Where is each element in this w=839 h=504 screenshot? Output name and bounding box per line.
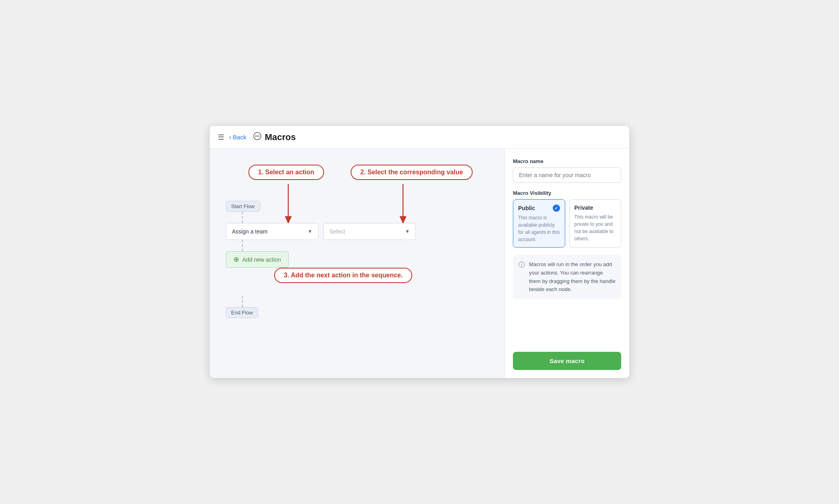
end-flow-badge: End Flow (226, 307, 258, 318)
visibility-options: Public ✓ This macro is available publicl… (513, 199, 621, 248)
save-macro-button[interactable]: Save macro (513, 352, 621, 370)
dashed-line-3 (242, 296, 243, 307)
info-text: Macros will run in the order you add you… (529, 260, 616, 294)
dropdown-arrow-2: ▼ (405, 229, 410, 234)
canvas-inner: 1. Select an action 2. Select the corres… (226, 161, 467, 346)
app-window: ☰ ‹ Back Macros 1 (210, 126, 629, 378)
info-box: ⓘ Macros will run in the order you add y… (513, 255, 621, 300)
macro-name-input[interactable] (513, 167, 621, 183)
page-title: Macros (265, 132, 296, 143)
flow-stack: Start Flow Assign a team ▼ Select (226, 201, 416, 318)
visibility-label: Macro Visibility (513, 190, 621, 196)
action-dropdown[interactable]: Assign a team ▼ (226, 223, 318, 240)
macro-visibility-section: Macro Visibility Public ✓ This macro is … (513, 190, 621, 248)
dashed-line-2 (242, 240, 243, 251)
callout-2: 2. Select the corresponding value (351, 165, 473, 180)
dashed-line-1 (242, 212, 243, 223)
back-chevron-icon: ‹ (229, 134, 231, 141)
add-action-icon: ⊕ (234, 255, 239, 264)
value-dropdown[interactable]: Select ▼ (323, 223, 416, 240)
title-wrapper: Macros (253, 132, 296, 143)
sidebar: Macro name Macro Visibility Public ✓ Thi… (504, 149, 629, 378)
callout-3-wrapper: 3. Add the next action in the sequence. (274, 268, 412, 283)
public-desc: This macro is available publicly for all… (518, 214, 560, 243)
public-title: Public ✓ (518, 204, 560, 212)
public-check-icon: ✓ (553, 204, 560, 212)
macros-icon (253, 132, 262, 143)
action-dropdown-value: Assign a team (232, 228, 268, 235)
macro-name-label: Macro name (513, 158, 621, 164)
private-title: Private (574, 204, 616, 211)
add-action-label: Add new action (242, 256, 281, 263)
value-dropdown-placeholder: Select (329, 228, 345, 235)
main-canvas: 1. Select an action 2. Select the corres… (210, 149, 504, 378)
menu-icon[interactable]: ☰ (218, 133, 224, 142)
action-row: Assign a team ▼ Select ▼ (226, 223, 416, 240)
dropdown-arrow-1: ▼ (308, 229, 312, 234)
body: 1. Select an action 2. Select the corres… (210, 149, 629, 378)
private-desc: This macro will be private to you and no… (574, 213, 616, 242)
visibility-private-card[interactable]: Private This macro will be private to yo… (569, 199, 622, 248)
back-label: Back (233, 134, 246, 140)
svg-point-2 (256, 136, 258, 137)
svg-point-1 (255, 136, 256, 137)
add-action-button[interactable]: ⊕ Add new action (226, 251, 289, 268)
visibility-public-card[interactable]: Public ✓ This macro is available publicl… (513, 199, 565, 248)
svg-point-3 (258, 136, 259, 137)
macro-name-section: Macro name (513, 158, 621, 183)
info-icon: ⓘ (519, 261, 525, 269)
callout-3: 3. Add the next action in the sequence. (274, 268, 412, 283)
header: ☰ ‹ Back Macros (210, 126, 629, 149)
sidebar-footer: Save macro (513, 307, 621, 370)
start-flow-badge: Start Flow (226, 201, 260, 212)
back-button[interactable]: ‹ Back (229, 134, 246, 141)
callout-1: 1. Select an action (248, 165, 324, 180)
